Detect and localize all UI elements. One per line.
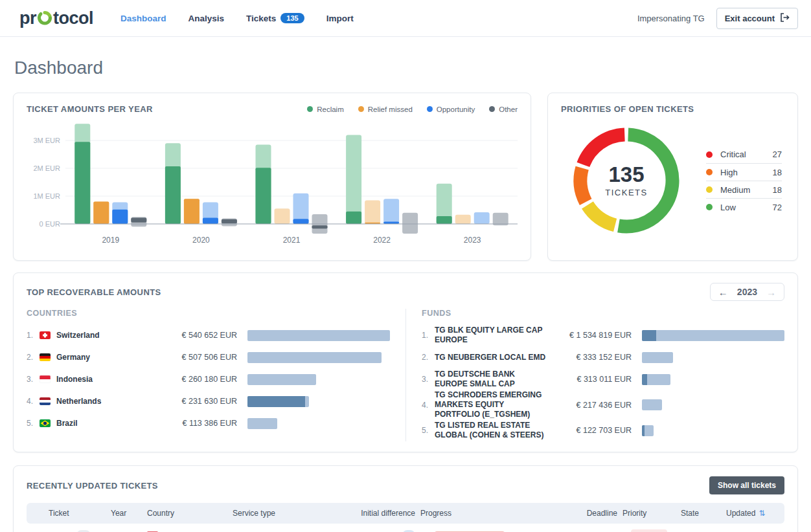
legend-item-relief-missed[interactable]: Relief missed xyxy=(358,105,413,113)
amount-bar-fill xyxy=(247,418,277,429)
amount-bar-fill xyxy=(247,396,309,407)
year-label: 2023 xyxy=(737,287,757,297)
item-name: Netherlands xyxy=(56,397,161,406)
col-header-service-type: Service type xyxy=(230,509,339,518)
item-amount: € 507 506 EUR xyxy=(161,353,237,362)
recoverable-list-item: 4.Netherlands€ 231 630 EUR xyxy=(27,390,390,412)
svg-text:1M EUR: 1M EUR xyxy=(33,192,60,200)
nav-item-import[interactable]: Import xyxy=(326,14,354,23)
col-header-label: Year xyxy=(111,509,126,518)
col-header-updated[interactable]: Updated⇅ xyxy=(724,509,784,518)
nav-item-label: Tickets xyxy=(246,14,276,23)
legend-label: Reclaim xyxy=(317,105,344,113)
priority-label: Low xyxy=(720,203,736,212)
priority-count: 72 xyxy=(773,203,782,212)
item-amount: € 217 436 EUR xyxy=(555,401,632,410)
nav-right: Impersonating TG Exit account xyxy=(637,8,798,29)
legend-item-opportunity[interactable]: Opportunity xyxy=(427,105,475,113)
countries-list: 1.Switzerland€ 540 652 EUR2.Germany€ 507… xyxy=(27,324,390,434)
col-header-label: Updated xyxy=(726,509,755,518)
recoverable-list-item: 5.TG LISTED REAL ESTATE GLOBAL (COHEN & … xyxy=(422,419,784,441)
impersonating-label: Impersonating TG xyxy=(637,14,705,23)
amount-bar-dark-segment xyxy=(642,374,647,385)
col-header-label: Priority xyxy=(623,509,646,518)
recoverable-list-item: 3.Indonesia€ 260 180 EUR xyxy=(27,368,390,390)
amount-bar-fill xyxy=(642,425,654,436)
year-next-button[interactable]: → xyxy=(766,287,776,297)
ticket-count-badge: 1 xyxy=(76,530,91,532)
logo-text-post: tocol xyxy=(53,8,93,28)
tickets-table-body: 1.O-22012023LuxembourgOpportunity14 434.… xyxy=(27,524,784,532)
amount-bar-fill xyxy=(642,399,662,410)
svg-text:2M EUR: 2M EUR xyxy=(33,164,60,172)
col-header-year: Year xyxy=(108,509,144,518)
rank-number: 1. xyxy=(422,331,435,340)
exit-account-button[interactable]: Exit account xyxy=(716,8,798,29)
nav-item-dashboard[interactable]: Dashboard xyxy=(120,14,166,23)
legend-item-other[interactable]: Other xyxy=(489,105,518,113)
year-prev-button[interactable]: ← xyxy=(718,287,728,297)
col-header-ticket: Ticket xyxy=(46,509,108,518)
top-recoverable-title: TOP RECOVERABLE AMOUNTS xyxy=(27,287,161,297)
item-amount: € 313 011 EUR xyxy=(555,375,632,384)
rank-number: 5. xyxy=(422,426,435,435)
amount-bar xyxy=(247,374,390,385)
recoverable-list-item: 1.TG BLK EQUITY LARGE CAP EUROPE€ 1 534 … xyxy=(422,324,784,346)
rank-number: 4. xyxy=(422,401,435,410)
nav-item-label: Dashboard xyxy=(120,14,166,23)
recent-tickets-title: RECENTLY UPDATED TICKETS xyxy=(27,481,158,491)
donut-chart: 135 TICKETS xyxy=(565,119,688,242)
col-header-progress: Progress xyxy=(418,509,555,518)
priority-count: 18 xyxy=(773,185,782,195)
flag-icon-indonesia xyxy=(40,375,51,383)
legend-item-reclaim[interactable]: Reclaim xyxy=(307,105,344,113)
rank-number: 2. xyxy=(27,353,40,362)
amount-bar xyxy=(247,330,390,341)
flag-icon-switzerland xyxy=(40,331,51,339)
rank-number: 3. xyxy=(27,375,40,384)
bar-chart-legend: ReclaimRelief missedOpportunityOther xyxy=(307,105,518,113)
flag-icon-germany xyxy=(40,353,51,361)
nav-item-tickets[interactable]: Tickets135 xyxy=(246,13,304,23)
app-logo[interactable]: pr tocol xyxy=(19,8,93,28)
col-header-label: State xyxy=(681,509,699,518)
difference-badge: 0 xyxy=(402,530,415,532)
priorities-title: PRIORITIES OF OPEN TICKETS xyxy=(561,104,784,114)
sort-icon: ⇅ xyxy=(759,509,765,518)
priority-count: 27 xyxy=(773,150,782,159)
item-amount: € 333 152 EUR xyxy=(555,353,632,362)
svg-text:2023: 2023 xyxy=(464,236,481,245)
show-all-tickets-button[interactable]: Show all tickets xyxy=(709,476,784,494)
nav-item-analysis[interactable]: Analysis xyxy=(188,14,225,23)
recoverable-list-item: 2.TG NEUBERGER LOCAL EMD€ 333 152 EUR xyxy=(422,346,784,368)
item-name: TG BLK EQUITY LARGE CAP EUROPE xyxy=(435,326,555,345)
item-amount: € 231 630 EUR xyxy=(161,397,237,406)
item-name: Germany xyxy=(56,353,161,362)
logo-text-pre: pr xyxy=(19,8,36,28)
item-name: TG NEUBERGER LOCAL EMD xyxy=(435,353,555,362)
col-header-initial-difference: Initial difference xyxy=(339,509,418,518)
rank-number: 4. xyxy=(27,397,40,406)
ticket-amounts-title: TICKET AMOUNTS PER YEAR xyxy=(27,104,153,114)
nav-item-label: Analysis xyxy=(188,14,225,23)
col-header-label: Service type xyxy=(233,509,275,518)
top-navbar: pr tocol DashboardAnalysisTickets135Impo… xyxy=(0,0,811,37)
svg-text:2019: 2019 xyxy=(102,236,119,245)
funds-heading: FUNDS xyxy=(422,309,784,318)
priority-dot-icon xyxy=(706,151,713,158)
col-header-country: Country xyxy=(144,509,230,518)
svg-text:2021: 2021 xyxy=(283,236,301,245)
amount-bar-dark-segment xyxy=(247,396,305,407)
col-header-deadline: Deadline xyxy=(555,509,620,518)
nav-item-label: Import xyxy=(326,14,354,23)
legend-label: Other xyxy=(499,105,518,113)
ticket-row[interactable]: 1.O-22012023LuxembourgOpportunity14 434.… xyxy=(27,524,784,532)
cell-priority: Critical xyxy=(620,529,678,532)
priority-legend-row-critical: Critical27 xyxy=(706,146,782,163)
bar-chart: 0 EUR1M EUR2M EUR3M EUR20192020202120222… xyxy=(27,114,518,249)
amount-bar xyxy=(642,399,784,410)
tickets-table-header: TicketYearCountryService typeInitial dif… xyxy=(27,503,784,524)
year-selector: ← 2023 → xyxy=(710,283,784,301)
amount-bar-fill xyxy=(247,374,316,385)
item-amount: € 540 652 EUR xyxy=(161,331,237,340)
